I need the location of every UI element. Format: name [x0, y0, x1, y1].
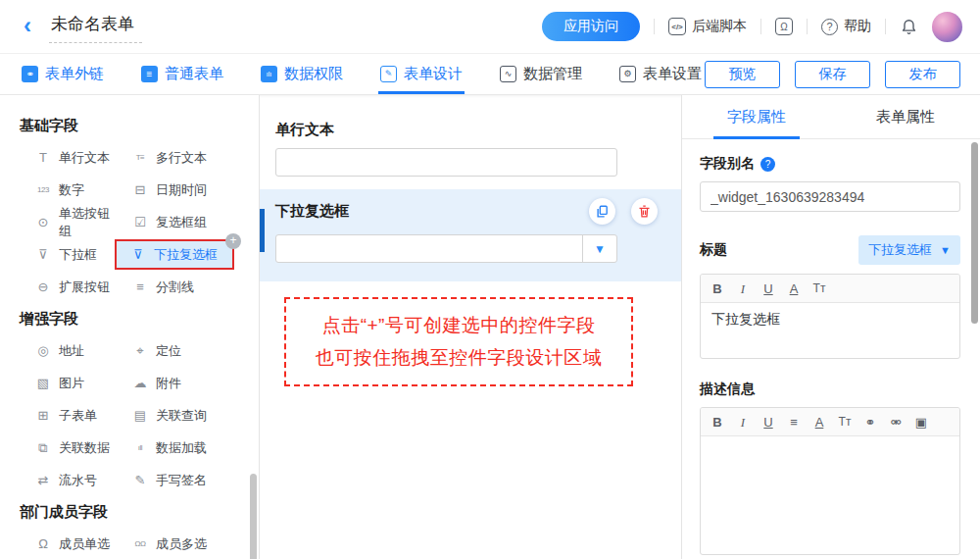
- app-access-button[interactable]: 应用访问: [542, 12, 640, 41]
- copy-field-button[interactable]: [589, 198, 615, 225]
- sidebar-item-label: 数据加载: [156, 439, 207, 457]
- linked-query-icon: ▤: [132, 408, 148, 423]
- sidebar-item-multi-text[interactable]: T≡多行文本: [117, 141, 251, 174]
- contacts-button[interactable]: Ω: [775, 18, 793, 35]
- color-button[interactable]: A: [807, 416, 832, 429]
- italic-button[interactable]: I: [730, 416, 756, 429]
- sidebar-item-member-single[interactable]: Ω成员单选: [20, 528, 117, 559]
- copy-icon: [595, 204, 610, 219]
- link-icon: ⚭: [22, 66, 38, 82]
- design-icon: ✎: [380, 66, 397, 82]
- tab-form-properties[interactable]: 表单属性: [831, 95, 980, 138]
- description-editor-content[interactable]: [701, 436, 959, 554]
- sidebar-item-label: 单行文本: [59, 149, 110, 167]
- sidebar-item-image[interactable]: ▧图片: [20, 367, 117, 399]
- sidebar-section-title: 基础字段: [20, 116, 251, 135]
- tab-form-settings[interactable]: ⚙表单设置: [617, 54, 704, 94]
- sidebar-item-single-text[interactable]: T单行文本: [20, 141, 117, 174]
- member-multi-icon: ΩΩ: [132, 539, 148, 548]
- help-button[interactable]: ? 帮助: [821, 18, 871, 35]
- sidebar-item-label: 定位: [156, 342, 181, 360]
- dropdown-check-input[interactable]: [276, 235, 582, 262]
- sidebar-section-title: 增强字段: [20, 309, 251, 329]
- form-title[interactable]: 未命名表单: [49, 11, 142, 43]
- sidebar-item-datetime[interactable]: ⊟日期时间: [117, 174, 251, 206]
- preview-button[interactable]: 预览: [705, 61, 780, 88]
- tab-data-manage[interactable]: ∿数据管理: [498, 54, 584, 94]
- sidebar-item-radio-group[interactable]: ⊙单选按钮组: [20, 206, 117, 238]
- tab-form[interactable]: ≡普通表单: [139, 54, 225, 94]
- dropdown-check-icon: ⊽: [130, 247, 146, 262]
- alias-help-icon[interactable]: ?: [760, 157, 775, 172]
- title-type-dropdown[interactable]: 下拉复选框 ▼: [858, 235, 960, 265]
- sidebar-item-serial-number[interactable]: ⇄流水号: [20, 464, 117, 496]
- description-editor: BIU≡ATт⚭⚮▣: [700, 407, 960, 555]
- tab-label: 数据权限: [284, 65, 343, 83]
- color-button[interactable]: A: [781, 282, 807, 295]
- form-builder-app: ‹ 未命名表单 应用访问 </> 后端脚本 Ω ? 帮助: [0, 0, 980, 559]
- contacts-icon: Ω: [775, 18, 793, 35]
- sidebar-item-address[interactable]: ◎地址: [20, 334, 117, 367]
- tab-field-properties[interactable]: 字段属性: [682, 95, 831, 138]
- save-button[interactable]: 保存: [795, 61, 870, 88]
- sidebar-item-dropdown[interactable]: ⊽下拉框: [20, 238, 117, 271]
- field-dropdown-check-selected[interactable]: 下拉复选框 ▼: [260, 189, 681, 281]
- link-button[interactable]: ⚭: [858, 416, 883, 429]
- single-text-input[interactable]: [275, 148, 617, 177]
- sidebar-item-extend-button[interactable]: ⊖扩展按钮: [20, 271, 117, 303]
- add-field-badge-icon[interactable]: +: [225, 233, 241, 249]
- help-label: 帮助: [844, 18, 871, 35]
- sidebar-item-linked-data[interactable]: ⧉关联数据: [20, 432, 117, 464]
- divider: [807, 19, 808, 34]
- data-load-icon: ıll: [132, 443, 148, 452]
- field-alias-input[interactable]: [700, 181, 960, 212]
- italic-button[interactable]: I: [730, 282, 756, 295]
- tab-design[interactable]: ✎表单设计: [378, 54, 465, 94]
- align-button[interactable]: ≡: [781, 416, 807, 429]
- user-avatar[interactable]: [932, 12, 962, 42]
- bold-button[interactable]: B: [705, 416, 730, 429]
- sidebar-item-label: 复选框组: [156, 214, 207, 231]
- fontsize-button[interactable]: Tт: [807, 282, 832, 294]
- linked-data-icon: ⧉: [35, 440, 51, 456]
- sidebar-item-subform[interactable]: ⊞子表单: [20, 399, 117, 432]
- sidebar-item-signature[interactable]: ✎手写签名: [117, 464, 251, 496]
- member-single-icon: Ω: [35, 536, 51, 551]
- underline-button[interactable]: U: [756, 416, 781, 429]
- delete-field-button[interactable]: [631, 198, 658, 225]
- sidebar-item-label: 地址: [59, 342, 84, 360]
- divider: [760, 19, 761, 34]
- title-editor-content[interactable]: 下拉复选框: [701, 303, 959, 358]
- field-single-text[interactable]: 单行文本: [260, 121, 681, 177]
- sidebar-item-dropdown-check[interactable]: ⊽下拉复选框+: [117, 241, 232, 268]
- underline-button[interactable]: U: [756, 282, 781, 295]
- sidebar-item-divider[interactable]: ≡分割线: [117, 271, 251, 303]
- sidebar-scrollbar[interactable]: [250, 474, 257, 559]
- description-label: 描述信息: [700, 381, 960, 398]
- hint-line-1: 点击“+”号可创建选中的控件字段: [322, 310, 596, 341]
- tab-chart[interactable]: ılı数据权限: [259, 54, 345, 94]
- backend-script-button[interactable]: </> 后端脚本: [668, 18, 747, 35]
- back-icon[interactable]: ‹: [24, 14, 31, 37]
- sidebar-section-title: 部门成员字段: [20, 502, 251, 522]
- sidebar-item-attachment[interactable]: ☁附件: [117, 367, 251, 399]
- chart-icon: ılı: [261, 66, 277, 82]
- sidebar-item-number[interactable]: 123数字: [20, 174, 117, 206]
- tab-link[interactable]: ⚭表单外链: [20, 54, 106, 94]
- data-manage-icon: ∿: [500, 66, 516, 82]
- sidebar-item-label: 流水号: [59, 472, 97, 489]
- form-icon: ≡: [141, 66, 158, 82]
- unlink-button[interactable]: ⚮: [883, 416, 908, 429]
- sidebar-item-linked-query[interactable]: ▤关联查询: [117, 399, 251, 432]
- bold-button[interactable]: B: [705, 282, 730, 295]
- publish-button[interactable]: 发布: [885, 61, 960, 88]
- fontsize-button[interactable]: Tт: [832, 416, 858, 428]
- sidebar-item-label: 图片: [59, 375, 84, 392]
- sidebar-item-member-multi[interactable]: ΩΩ成员多选: [117, 528, 251, 559]
- panel-scrollbar[interactable]: [971, 142, 978, 324]
- dropdown-caret-icon[interactable]: ▼: [582, 235, 616, 262]
- sidebar-item-location[interactable]: ⌖定位: [117, 334, 251, 367]
- image-button[interactable]: ▣: [908, 416, 934, 429]
- sidebar-item-data-load[interactable]: ıll数据加载: [117, 432, 251, 464]
- notification-bell-icon[interactable]: [900, 18, 918, 36]
